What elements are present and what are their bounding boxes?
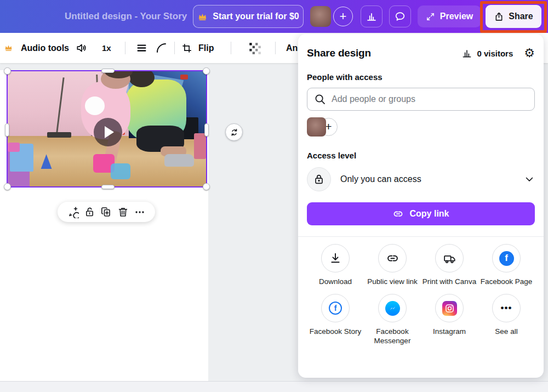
owner-avatar[interactable] bbox=[307, 117, 326, 137]
crop-icon[interactable] bbox=[181, 33, 192, 63]
curve-icon[interactable] bbox=[155, 33, 168, 63]
app-label: See all bbox=[495, 327, 517, 336]
access-level-heading: Access level bbox=[307, 151, 535, 160]
more-options-icon[interactable] bbox=[134, 206, 146, 218]
video-art-pink-chair bbox=[194, 133, 206, 158]
resize-handle-top[interactable] bbox=[101, 69, 115, 73]
copy-link-button[interactable]: Copy link bbox=[307, 202, 535, 225]
share-app-facebook-messenger[interactable]: Facebook Messenger bbox=[364, 294, 421, 345]
position-lines-icon[interactable] bbox=[136, 33, 147, 63]
duplicate-icon[interactable] bbox=[100, 206, 112, 218]
video-art-skate bbox=[111, 163, 130, 179]
facebook-story-icon: f bbox=[321, 294, 350, 322]
visitors-count-label: 0 visitors bbox=[477, 49, 513, 58]
share-panel-header: Share design 0 visitors ⚙ bbox=[307, 47, 535, 59]
panel-divider bbox=[298, 236, 544, 237]
preview-button[interactable]: Preview bbox=[418, 5, 481, 27]
rotate-handle[interactable] bbox=[225, 123, 243, 141]
pro-crown-icon bbox=[4, 33, 13, 63]
audio-tools-button[interactable]: Audio tools bbox=[21, 33, 69, 63]
access-level-dropdown[interactable]: Only you can access bbox=[307, 167, 535, 191]
video-element[interactable] bbox=[7, 70, 207, 188]
resize-handle-bottom-right[interactable] bbox=[203, 183, 210, 190]
expand-arrows-icon bbox=[426, 12, 435, 21]
visitors-stats-button[interactable]: 0 visitors bbox=[461, 48, 513, 59]
share-app-instagram[interactable]: Instagram bbox=[421, 294, 478, 345]
app-label: Facebook Page bbox=[481, 277, 533, 286]
chevron-down-icon bbox=[524, 174, 535, 185]
facebook-f-glyph: f bbox=[499, 251, 514, 266]
bar-chart-icon bbox=[366, 10, 378, 22]
share-panel: Share design 0 visitors ⚙ People with ac… bbox=[298, 34, 544, 378]
resize-handle-left[interactable] bbox=[5, 123, 9, 137]
playback-speed-button[interactable]: 1x bbox=[102, 33, 111, 63]
toolbar-divider bbox=[174, 42, 175, 54]
start-trial-label: Start your trial for $0 bbox=[213, 12, 299, 21]
start-trial-button[interactable]: Start your trial for $0 bbox=[193, 5, 304, 28]
messenger-icon bbox=[378, 294, 407, 322]
delete-trash-icon[interactable] bbox=[117, 206, 129, 218]
design-title[interactable]: Untitled design - Your Story bbox=[65, 0, 187, 33]
transparency-checker-icon[interactable] bbox=[248, 33, 262, 63]
facebook-f-glyph: f bbox=[329, 302, 342, 315]
chat-bubble-icon bbox=[394, 10, 406, 22]
video-art-coach-shoe bbox=[164, 154, 194, 167]
app-label: Download bbox=[319, 277, 352, 286]
share-button[interactable]: Share bbox=[486, 5, 541, 28]
insights-button[interactable] bbox=[361, 5, 383, 27]
search-icon bbox=[314, 93, 326, 105]
print-truck-icon bbox=[435, 244, 464, 272]
flip-button[interactable]: Flip bbox=[198, 33, 214, 63]
copy-link-label: Copy link bbox=[409, 209, 449, 219]
share-apps-grid: Download Public view link Print with Can… bbox=[307, 244, 535, 345]
toolbar-divider bbox=[125, 42, 125, 54]
share-upload-icon bbox=[494, 12, 504, 22]
add-people-input[interactable] bbox=[307, 88, 535, 111]
resize-handle-top-left[interactable] bbox=[4, 67, 11, 75]
resize-handle-top-right[interactable] bbox=[203, 67, 210, 75]
comment-add-icon[interactable] bbox=[67, 206, 79, 218]
access-level-value: Only you can access bbox=[340, 174, 524, 184]
app-label: Facebook Messenger bbox=[364, 327, 421, 345]
facebook-page-icon: f bbox=[492, 244, 521, 272]
share-app-print-with-canva[interactable]: Print with Canva bbox=[421, 244, 478, 286]
crown-icon bbox=[197, 12, 208, 22]
preview-label: Preview bbox=[440, 12, 473, 21]
resize-handle-bottom-left[interactable] bbox=[4, 183, 11, 190]
app-label: Public view link bbox=[367, 277, 418, 286]
add-member-button[interactable]: + bbox=[333, 7, 353, 26]
element-context-toolbar bbox=[58, 202, 155, 222]
share-app-facebook-page[interactable]: f Facebook Page bbox=[478, 244, 535, 286]
instagram-icon bbox=[435, 294, 464, 322]
video-art-flag bbox=[180, 75, 188, 79]
add-people-search bbox=[307, 88, 535, 111]
plus-icon: + bbox=[325, 120, 332, 133]
comments-button[interactable] bbox=[389, 5, 411, 27]
lock-circle bbox=[307, 167, 331, 191]
share-label: Share bbox=[509, 12, 533, 21]
download-icon bbox=[321, 244, 350, 272]
lock-icon[interactable] bbox=[84, 206, 95, 218]
play-button[interactable] bbox=[94, 118, 122, 146]
rotate-icon bbox=[230, 128, 239, 137]
public-link-icon bbox=[378, 244, 407, 272]
user-avatar[interactable] bbox=[310, 6, 331, 27]
app-label: Print with Canva bbox=[423, 277, 476, 286]
toolbar-divider bbox=[275, 42, 276, 54]
volume-button[interactable] bbox=[75, 33, 88, 63]
bottom-status-bar bbox=[0, 381, 548, 392]
app-label: Instagram bbox=[433, 327, 466, 336]
settings-gear-icon[interactable]: ⚙ bbox=[524, 47, 535, 59]
share-app-public-view-link[interactable]: Public view link bbox=[364, 244, 421, 286]
lock-icon bbox=[313, 173, 325, 185]
resize-handle-right[interactable] bbox=[204, 123, 209, 137]
link-icon bbox=[392, 208, 404, 220]
play-triangle-icon bbox=[105, 126, 114, 138]
ellipsis-glyph: ••• bbox=[501, 303, 512, 314]
people-avatar-row: + bbox=[307, 117, 535, 137]
resize-handle-bottom[interactable] bbox=[101, 185, 115, 189]
bar-chart-icon bbox=[461, 48, 472, 59]
share-app-download[interactable]: Download bbox=[307, 244, 364, 286]
share-app-facebook-story[interactable]: f Facebook Story bbox=[307, 294, 364, 345]
share-app-see-all[interactable]: ••• See all bbox=[478, 294, 535, 345]
